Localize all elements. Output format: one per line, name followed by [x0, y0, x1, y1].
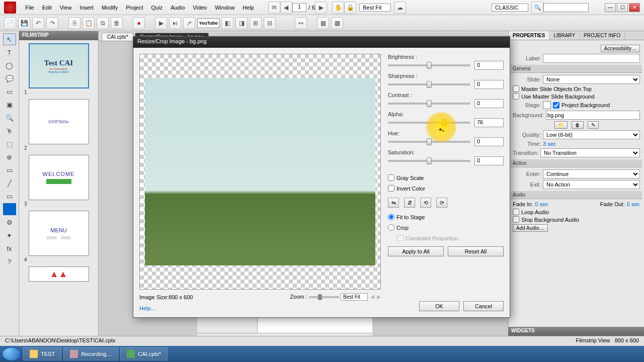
fadeout-val[interactable]: 0 sec: [627, 201, 640, 207]
tool-a-icon[interactable]: ◧: [221, 17, 233, 29]
quality-select[interactable]: Low (8-bit): [543, 130, 640, 139]
tool-d-icon[interactable]: ⊟: [264, 17, 276, 29]
sharpness-input[interactable]: 0: [474, 80, 504, 89]
zoom-select[interactable]: Best Fit: [341, 293, 368, 301]
bg-delete-icon[interactable]: 🗑: [572, 121, 584, 129]
apply-all-button[interactable]: Apply to All: [388, 246, 444, 256]
menu-video[interactable]: Video: [189, 3, 211, 13]
ok-button[interactable]: OK: [419, 301, 459, 311]
hand-icon[interactable]: ✋: [332, 2, 344, 14]
slide-select[interactable]: None: [543, 75, 640, 84]
transition-select[interactable]: No Transition: [540, 148, 640, 157]
time-value[interactable]: 3 sec: [543, 141, 556, 147]
tool-c-icon[interactable]: ⊞: [250, 17, 262, 29]
add-audio-button[interactable]: Add Audio…: [513, 224, 548, 232]
rect-tool-icon[interactable]: ▭: [3, 190, 16, 202]
shape-tool-icon[interactable]: ◯: [3, 59, 16, 71]
grayscale-check[interactable]: [388, 174, 394, 181]
next-page-icon[interactable]: ▶: [315, 2, 327, 14]
sharpness-slider[interactable]: [388, 83, 470, 85]
callout-tool-icon[interactable]: 💬: [3, 72, 16, 84]
prev-page-icon[interactable]: ◀: [280, 2, 292, 14]
slide-thumb[interactable]: Test CAI by Username Faculty of EDU 1: [22, 43, 95, 95]
button-tool-icon[interactable]: ⬚: [3, 138, 16, 150]
copy-icon[interactable]: ⎘: [68, 17, 80, 29]
slide-thumb[interactable]: ▲▲: [22, 266, 95, 282]
menu-project[interactable]: Project: [122, 3, 147, 13]
flip-h-icon[interactable]: ⇋: [388, 198, 399, 208]
invert-check[interactable]: [388, 185, 394, 192]
line-tool-icon[interactable]: ╱: [3, 177, 16, 189]
task-test[interactable]: TEST: [23, 347, 61, 360]
reset-all-button[interactable]: Reset All: [448, 246, 504, 256]
task-cai[interactable]: CAI.cptx*: [120, 347, 168, 360]
bg-browse-icon[interactable]: 📁: [554, 121, 568, 129]
zoom-out-icon[interactable]: ◀: [370, 294, 374, 300]
paste-icon[interactable]: 📋: [83, 17, 95, 29]
cloud-icon[interactable]: ☁: [394, 2, 406, 14]
menu-modify[interactable]: Modify: [98, 3, 122, 13]
grid2-icon[interactable]: ▩: [331, 17, 343, 29]
fit-radio[interactable]: [388, 214, 394, 220]
menu-view[interactable]: View: [56, 3, 76, 13]
duplicate-icon[interactable]: ⧉: [97, 17, 109, 29]
search-icon[interactable]: 🔍: [531, 2, 543, 14]
tab-cai[interactable]: CAI.cptx*: [102, 33, 134, 41]
widget-tool-icon[interactable]: ⚙: [3, 216, 16, 228]
publish-icon[interactable]: ↗: [183, 17, 195, 29]
exit-select[interactable]: No Action: [543, 180, 640, 189]
zoom-in-icon[interactable]: ▶: [377, 294, 381, 300]
slide-thumb[interactable]: MENU 4: [22, 211, 95, 262]
start-button-icon[interactable]: [2, 347, 21, 361]
fill-tool-icon[interactable]: [3, 203, 16, 215]
task-recording[interactable]: Recording…: [63, 347, 118, 360]
slide-thumb[interactable]: บทลักษณะ 2: [22, 99, 95, 151]
new-icon[interactable]: 📄: [4, 17, 16, 29]
bg-input[interactable]: [546, 111, 640, 120]
stopbg-check[interactable]: [513, 216, 519, 223]
contrast-slider[interactable]: [388, 103, 470, 105]
projbg-check[interactable]: [553, 102, 559, 109]
page-current-input[interactable]: 1: [292, 3, 306, 12]
menu-edit[interactable]: Edit: [38, 3, 56, 13]
menu-insert[interactable]: Insert: [75, 3, 98, 13]
grid1-icon[interactable]: ▦: [317, 17, 329, 29]
maximize-icon[interactable]: ☐: [617, 3, 628, 12]
master-bg-check[interactable]: [513, 93, 519, 100]
widgets-title[interactable]: WIDGETS: [508, 327, 644, 336]
close-icon[interactable]: ✕: [629, 3, 640, 12]
menu-audio[interactable]: Audio: [167, 3, 189, 13]
undo-icon[interactable]: ↶: [32, 17, 44, 29]
input-tool-icon[interactable]: ▭: [3, 164, 16, 176]
stage-swatch[interactable]: [543, 101, 551, 109]
align-icon[interactable]: ↤: [295, 17, 307, 29]
enter-select[interactable]: Continue: [543, 169, 640, 178]
lock-icon[interactable]: 🔒: [344, 2, 356, 14]
tab-properties[interactable]: PROPERTIES: [509, 31, 549, 40]
selection-tool-icon[interactable]: ↖: [3, 33, 16, 45]
flip-v-icon[interactable]: ⇵: [404, 198, 415, 208]
zoom-slider[interactable]: [309, 296, 339, 298]
quiz-tool-icon[interactable]: ?: [3, 255, 16, 267]
cancel-button[interactable]: Cancel: [463, 301, 504, 311]
mouse-tool-icon[interactable]: 🖱: [3, 125, 16, 137]
menu-file[interactable]: File: [21, 3, 38, 13]
redo-icon[interactable]: ↷: [46, 17, 58, 29]
menu-quiz[interactable]: Quiz: [147, 3, 167, 13]
mail-icon[interactable]: ✉: [268, 2, 280, 14]
brightness-slider[interactable]: [388, 64, 470, 66]
workspace-select[interactable]: CLASSIC: [492, 4, 528, 12]
master-top-check[interactable]: [513, 85, 519, 92]
delete-icon[interactable]: 🗑: [111, 17, 123, 29]
tab-library[interactable]: LIBRARY: [549, 31, 580, 40]
contrast-input[interactable]: 0: [474, 99, 504, 108]
highlight-tool-icon[interactable]: ▭: [3, 85, 16, 98]
anim-tool-icon[interactable]: ✦: [3, 229, 16, 241]
saturation-input[interactable]: 0: [474, 156, 504, 165]
record-icon[interactable]: ●: [133, 17, 145, 29]
menu-help[interactable]: Help: [238, 3, 258, 13]
menu-window[interactable]: Window: [211, 3, 238, 13]
zoom-tool-icon[interactable]: 🔍: [3, 112, 16, 124]
click-tool-icon[interactable]: ⊕: [3, 151, 16, 163]
help-link[interactable]: Help…: [139, 305, 381, 311]
